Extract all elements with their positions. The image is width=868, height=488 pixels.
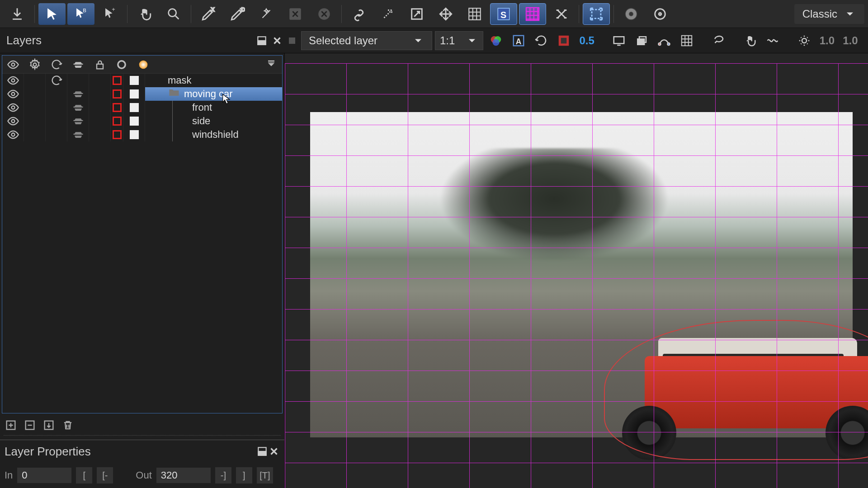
opacity-value-2[interactable]: 1.0 — [817, 34, 837, 47]
layers-panel-title: Layers — [6, 33, 252, 47]
target-outline-icon[interactable] — [646, 3, 674, 25]
motion-icon[interactable] — [72, 115, 85, 127]
move-tool[interactable] — [432, 3, 459, 25]
refresh-icon[interactable] — [50, 74, 63, 87]
close-x-circle[interactable] — [311, 3, 338, 25]
visibility-column-icon[interactable] — [2, 56, 24, 73]
stabilize-s-tool[interactable]: S — [490, 3, 517, 25]
close-icon[interactable] — [268, 446, 280, 457]
color-ring-icon[interactable] — [111, 56, 132, 73]
pointer-plus-tool[interactable]: + — [96, 3, 123, 25]
red-overlay-icon[interactable] — [554, 31, 574, 51]
color-swatch[interactable] — [130, 89, 139, 99]
stack-icon[interactable] — [632, 31, 651, 51]
layer-row-windshield[interactable]: windshield — [2, 128, 282, 141]
color-swatch[interactable] — [130, 130, 139, 139]
pen-x-tool[interactable]: X — [195, 3, 222, 25]
layer-row-moving-car[interactable]: moving car — [2, 87, 282, 101]
refresh-column-icon[interactable] — [46, 56, 67, 73]
layer-name[interactable]: mask — [145, 74, 282, 87]
rotate-icon[interactable] — [531, 31, 551, 51]
color-swatch[interactable] — [113, 76, 122, 85]
chevron-down-icon — [466, 34, 478, 47]
opacity-value-3[interactable]: 1.0 — [840, 34, 860, 47]
move-down-button[interactable] — [42, 418, 56, 432]
pointer-tool[interactable] — [38, 3, 66, 25]
trash-button[interactable] — [61, 418, 75, 432]
eye-icon[interactable] — [7, 101, 19, 114]
motion-icon[interactable] — [72, 128, 85, 141]
magic-wand-tool[interactable] — [253, 3, 280, 25]
magenta-grid-tool[interactable] — [519, 3, 546, 25]
svg-rect-11 — [526, 7, 539, 20]
lock-column-icon[interactable] — [89, 56, 111, 73]
opacity-value-1[interactable]: 0.5 — [576, 34, 597, 47]
curve-icon[interactable] — [654, 31, 674, 51]
cross-arrows-tool[interactable] — [548, 3, 575, 25]
lasso-icon[interactable] — [708, 31, 728, 51]
motion-icon[interactable] — [72, 101, 85, 114]
bracket-in-cut[interactable]: [- — [97, 467, 113, 483]
grid-toggle-icon[interactable] — [677, 31, 697, 51]
svg-point-29 — [658, 43, 660, 45]
gear-column-icon[interactable] — [24, 56, 46, 73]
wave-icon[interactable] — [763, 31, 783, 51]
rgb-channels-icon[interactable] — [486, 31, 506, 51]
dock-icon[interactable] — [256, 35, 268, 47]
layer-row-mask[interactable]: mask — [2, 74, 282, 87]
zoom-tool[interactable] — [160, 3, 187, 25]
color-wheel-icon[interactable] — [132, 56, 154, 73]
sun-icon[interactable] — [794, 31, 814, 51]
target-filled-icon[interactable] — [618, 3, 645, 25]
close-icon[interactable] — [271, 35, 283, 47]
layer-row-front[interactable]: front — [2, 101, 282, 114]
close-x-box[interactable] — [282, 3, 309, 25]
grid-tool[interactable] — [461, 3, 488, 25]
pointer-b-tool[interactable]: B — [67, 3, 94, 25]
color-swatch[interactable] — [130, 117, 139, 126]
bracket-in-start[interactable]: [ — [76, 467, 92, 483]
chevron-down-icon — [844, 8, 856, 20]
color-swatch[interactable] — [130, 76, 139, 85]
dock-icon[interactable] — [256, 446, 268, 457]
svg-point-40 — [11, 79, 14, 82]
theme-dropdown[interactable]: Classic — [794, 4, 864, 24]
eye-icon[interactable] — [7, 128, 19, 141]
in-field[interactable] — [17, 468, 71, 483]
bracket-out-cut[interactable]: -] — [215, 467, 231, 483]
zoom-dropdown[interactable]: 1:1 — [435, 31, 483, 50]
download-icon[interactable] — [4, 3, 31, 25]
alpha-a-icon[interactable]: A — [509, 31, 528, 51]
menu-dropdown-icon[interactable] — [260, 56, 282, 73]
pen-d-tool[interactable]: :D — [224, 3, 251, 25]
bracket-out-end[interactable]: ] — [236, 467, 252, 483]
out-field[interactable] — [156, 468, 211, 483]
add-sub-button[interactable] — [23, 418, 37, 432]
frame-bounds-tool[interactable] — [583, 3, 610, 25]
eye-icon[interactable] — [7, 115, 19, 127]
viewport[interactable] — [285, 53, 868, 488]
color-swatch[interactable] — [113, 103, 122, 112]
layer-column-header — [2, 56, 282, 74]
eye-icon[interactable] — [7, 74, 19, 87]
bracket-t[interactable]: [T] — [257, 467, 273, 483]
dashed-arrow-tool[interactable] — [374, 3, 401, 25]
hand-mini-icon[interactable] — [740, 31, 760, 51]
motion-icon[interactable] — [72, 88, 85, 100]
motion-column-icon[interactable] — [67, 56, 89, 73]
screen-icon[interactable] — [609, 31, 629, 51]
color-swatch[interactable] — [113, 117, 122, 126]
hand-tool[interactable] — [131, 3, 158, 25]
svg-rect-8 — [469, 8, 481, 20]
add-layer-button[interactable] — [4, 418, 18, 432]
color-swatch[interactable] — [130, 103, 139, 112]
eye-icon[interactable] — [7, 88, 19, 100]
resize-box-tool[interactable] — [403, 3, 430, 25]
color-swatch[interactable] — [113, 89, 122, 99]
color-swatch[interactable] — [113, 130, 122, 139]
svg-rect-31 — [682, 35, 692, 46]
layer-row-side[interactable]: side — [2, 114, 282, 128]
svg-rect-12 — [592, 9, 601, 19]
selected-layer-dropdown[interactable]: Selected layer — [301, 31, 432, 50]
link-tool[interactable] — [345, 3, 373, 25]
